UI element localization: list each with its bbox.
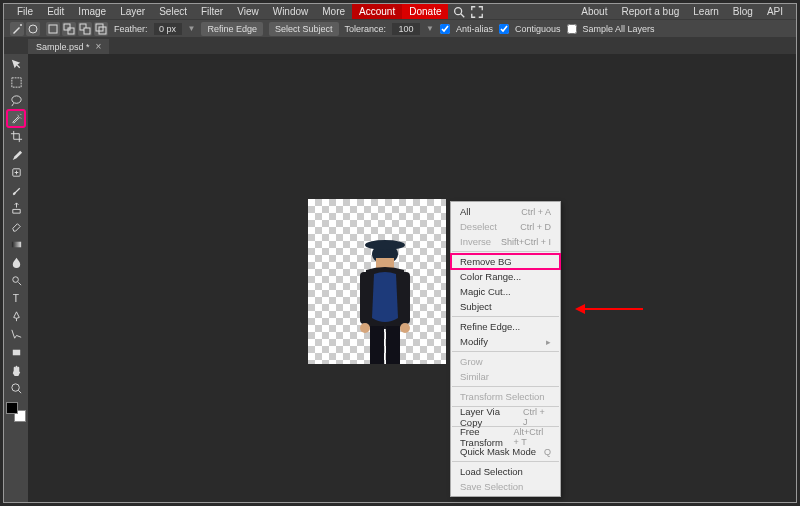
menu-edit[interactable]: Edit	[40, 4, 71, 19]
ctx-quick-mask-mode[interactable]: Quick Mask ModeQ	[451, 444, 560, 459]
ctx-remove-bg[interactable]: Remove BG	[451, 254, 560, 269]
svg-point-0	[455, 7, 462, 14]
tab-label: Sample.psd *	[36, 42, 90, 52]
close-icon[interactable]: ×	[96, 41, 102, 52]
ctx-label: Color Range...	[460, 271, 521, 282]
ctx-subject[interactable]: Subject	[451, 299, 560, 314]
feather-input[interactable]: 0 px	[154, 23, 182, 35]
ctx-label: Similar	[460, 371, 489, 382]
contiguous-checkbox[interactable]	[499, 24, 509, 34]
menu-layer[interactable]: Layer	[113, 4, 152, 19]
ctx-layer-via-copy[interactable]: Layer Via CopyCtrl + J	[451, 409, 560, 424]
sel-sub-icon[interactable]	[78, 22, 92, 36]
menu-separator	[452, 316, 559, 317]
select-subject-button[interactable]: Select Subject	[269, 22, 339, 36]
move-tool[interactable]	[7, 56, 25, 73]
ctx-label: Layer Via Copy	[460, 406, 523, 428]
brush-tool[interactable]	[7, 182, 25, 199]
ctx-magic-cut[interactable]: Magic Cut...	[451, 284, 560, 299]
canvas[interactable]	[308, 199, 446, 364]
ctx-shortcut: Ctrl + D	[520, 222, 551, 232]
zoom-tool[interactable]	[7, 380, 25, 397]
ctx-all[interactable]: AllCtrl + A	[451, 204, 560, 219]
sample-all-label: Sample All Layers	[583, 24, 655, 34]
menu-blog[interactable]: Blog	[726, 4, 760, 19]
wand-tool[interactable]	[7, 110, 25, 127]
tolerance-label: Tolerance:	[345, 24, 387, 34]
sel-new-icon[interactable]	[46, 22, 60, 36]
menu-more[interactable]: More	[315, 4, 352, 19]
ctx-label: Inverse	[460, 236, 491, 247]
wand-mode-icon[interactable]	[10, 22, 24, 36]
antialias-checkbox[interactable]	[440, 24, 450, 34]
rect-select-tool[interactable]	[7, 74, 25, 91]
menu-learn[interactable]: Learn	[686, 4, 726, 19]
hand-tool[interactable]	[7, 362, 25, 379]
menu-file[interactable]: File	[10, 4, 40, 19]
feather-label: Feather:	[114, 24, 148, 34]
svg-point-3	[29, 25, 37, 33]
options-bar: Feather: 0 px ▼ Refine Edge Select Subje…	[4, 19, 796, 37]
ctx-save-selection: Save Selection	[451, 479, 560, 494]
blur-tool[interactable]	[7, 254, 25, 271]
eraser-tool[interactable]	[7, 218, 25, 235]
menu-image[interactable]: Image	[71, 4, 113, 19]
ctx-shortcut: Shift+Ctrl + I	[501, 237, 551, 247]
menu-report[interactable]: Report a bug	[614, 4, 686, 19]
pen-tool[interactable]	[7, 308, 25, 325]
menu-about[interactable]: About	[574, 4, 614, 19]
heal-tool[interactable]	[7, 164, 25, 181]
svg-rect-20	[376, 258, 394, 268]
tolerance-dropdown-icon[interactable]: ▼	[426, 24, 434, 33]
menu-api[interactable]: API	[760, 4, 790, 19]
ctx-load-selection[interactable]: Load Selection	[451, 464, 560, 479]
svg-rect-26	[386, 326, 400, 364]
ctx-shortcut: Alt+Ctrl + T	[514, 427, 551, 447]
menubar-right: About Report a bug Learn Blog API	[574, 4, 790, 19]
svg-point-14	[12, 277, 18, 283]
ctx-label: Save Selection	[460, 481, 523, 492]
eyedropper-tool[interactable]	[7, 146, 25, 163]
clone-tool[interactable]	[7, 200, 25, 217]
lasso-tool[interactable]	[7, 92, 25, 109]
ctx-color-range[interactable]: Color Range...	[451, 269, 560, 284]
tolerance-input[interactable]	[392, 23, 420, 35]
menu-filter[interactable]: Filter	[194, 4, 230, 19]
crop-tool[interactable]	[7, 128, 25, 145]
menu-window[interactable]: Window	[266, 4, 316, 19]
svg-line-1	[461, 13, 465, 17]
ctx-modify[interactable]: Modify▸	[451, 334, 560, 349]
quick-select-icon[interactable]	[26, 22, 40, 36]
menu-separator	[452, 251, 559, 252]
ctx-label: Magic Cut...	[460, 286, 511, 297]
sel-int-icon[interactable]	[94, 22, 108, 36]
menu-donate[interactable]: Donate	[402, 4, 448, 19]
menu-select[interactable]: Select	[152, 4, 194, 19]
menu-view[interactable]: View	[230, 4, 266, 19]
ctx-deselect: DeselectCtrl + D	[451, 219, 560, 234]
type-tool[interactable]: T	[7, 290, 25, 307]
menu-account[interactable]: Account	[352, 4, 402, 19]
dodge-tool[interactable]	[7, 272, 25, 289]
sel-add-icon[interactable]	[62, 22, 76, 36]
refine-edge-button[interactable]: Refine Edge	[201, 22, 263, 36]
canvas-area[interactable]: AllCtrl + ADeselectCtrl + DInverseShift+…	[28, 54, 796, 502]
svg-rect-4	[49, 25, 57, 33]
svg-text:T: T	[12, 293, 18, 304]
path-tool[interactable]	[7, 326, 25, 343]
ctx-label: Quick Mask Mode	[460, 446, 536, 457]
fullscreen-icon[interactable]	[470, 5, 484, 19]
menu-separator	[452, 386, 559, 387]
sample-all-checkbox[interactable]	[567, 24, 577, 34]
ctx-free-transform[interactable]: Free TransformAlt+Ctrl + T	[451, 429, 560, 444]
rect-tool[interactable]	[7, 344, 25, 361]
ctx-refine-edge[interactable]: Refine Edge...	[451, 319, 560, 334]
document-tab[interactable]: Sample.psd * ×	[28, 39, 109, 54]
feather-dropdown-icon[interactable]: ▼	[188, 24, 196, 33]
toolbar: T	[4, 54, 28, 502]
ctx-label: Refine Edge...	[460, 321, 520, 332]
color-swatches[interactable]	[6, 402, 26, 422]
ctx-transform-selection: Transform Selection	[451, 389, 560, 404]
search-icon[interactable]	[452, 5, 466, 19]
gradient-tool[interactable]	[7, 236, 25, 253]
